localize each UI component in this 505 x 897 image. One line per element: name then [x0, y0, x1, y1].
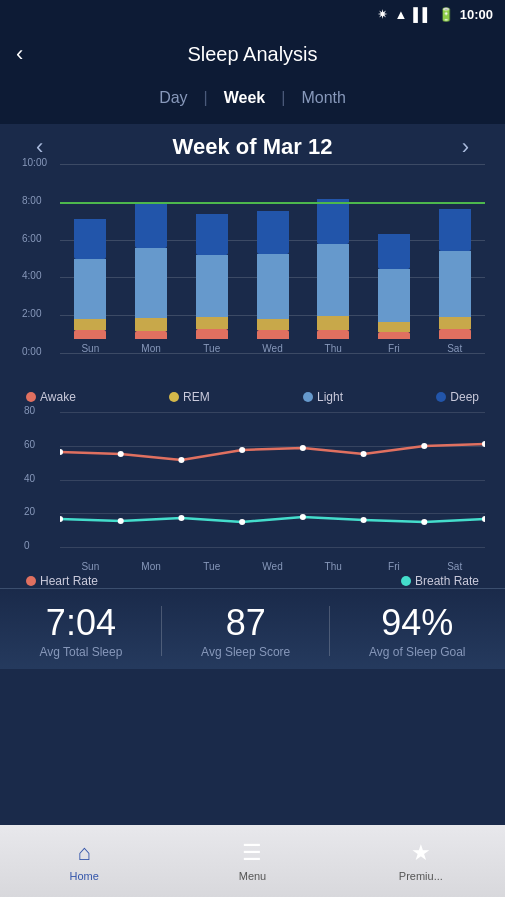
- bar-wed-rem: [257, 319, 289, 330]
- stat-divider-1: [161, 606, 162, 656]
- bar-thu-awake: [317, 330, 349, 339]
- bluetooth-icon: ✴: [377, 7, 388, 22]
- nav-premium-label: Premiu...: [399, 870, 443, 882]
- bar-wed-stack: [257, 211, 289, 339]
- bar-sat-rem: [439, 317, 471, 329]
- stat-total-sleep-value: 7:04: [46, 603, 116, 643]
- nav-premium[interactable]: ★ Premiu...: [337, 825, 505, 897]
- nav-menu[interactable]: ☰ Menu: [168, 825, 336, 897]
- bar-sun: Sun: [60, 219, 121, 354]
- next-week-button[interactable]: ›: [446, 134, 485, 160]
- bar-thu: Thu: [303, 199, 364, 354]
- legend-light-label: Light: [317, 390, 343, 404]
- y-label-400: 4:00: [22, 270, 41, 281]
- hr-y-label-60: 60: [24, 439, 35, 450]
- signal-icon: ▌▌: [413, 7, 431, 22]
- wifi-icon: ▲: [394, 7, 407, 22]
- tab-day[interactable]: Day: [143, 85, 203, 111]
- stats-row: 7:04 Avg Total Sleep 87 Avg Sleep Score …: [0, 588, 505, 669]
- bar-fri-awake: [378, 332, 410, 339]
- back-button[interactable]: ‹: [16, 41, 23, 67]
- week-title: Week of Mar 12: [59, 134, 445, 160]
- hr-day-thu: Thu: [303, 561, 364, 572]
- bar-fri-stack: [378, 234, 410, 339]
- stat-divider-2: [329, 606, 330, 656]
- y-label-1000: 10:00: [22, 157, 47, 168]
- legend-rem: REM: [169, 390, 210, 404]
- hr-dot-0: [60, 449, 63, 455]
- bar-label-thu: Thu: [325, 343, 342, 354]
- bars-container: Sun Mon Tue: [60, 164, 485, 354]
- stat-sleep-score: 87 Avg Sleep Score: [201, 603, 290, 659]
- sleep-chart-area: 10:00 8:00 6:00 4:00 2:00 0:00 Sun: [0, 164, 505, 404]
- nav-home[interactable]: ⌂ Home: [0, 825, 168, 897]
- br-dot-0: [60, 516, 63, 522]
- bar-sun-deep: [74, 219, 106, 259]
- bar-sun-stack: [74, 219, 106, 339]
- bar-label-mon: Mon: [141, 343, 160, 354]
- bar-thu-stack: [317, 199, 349, 339]
- home-icon: ⌂: [78, 840, 91, 866]
- legend-deep: Deep: [436, 390, 479, 404]
- hr-dot-4: [300, 445, 306, 451]
- hr-dot-5: [361, 451, 367, 457]
- stat-total-sleep: 7:04 Avg Total Sleep: [39, 603, 122, 659]
- hr-dot-3: [239, 447, 245, 453]
- line-chart-svg: [60, 412, 485, 548]
- bar-mon-light: [135, 248, 167, 318]
- y-label-000: 0:00: [22, 346, 41, 357]
- bar-thu-rem: [317, 316, 349, 330]
- sleep-legend: Awake REM Light Deep: [10, 384, 495, 404]
- y-label-600: 6:00: [22, 233, 41, 244]
- bar-mon-awake: [135, 331, 167, 339]
- tab-week[interactable]: Week: [208, 85, 282, 111]
- tab-month[interactable]: Month: [285, 85, 361, 111]
- hr-day-tue: Tue: [181, 561, 242, 572]
- time-display: 10:00: [460, 7, 493, 22]
- stat-total-sleep-label: Avg Total Sleep: [39, 645, 122, 659]
- header: ‹ Sleep Analysis: [0, 28, 505, 80]
- hr-y-label-0: 0: [24, 540, 30, 551]
- bar-mon-rem: [135, 318, 167, 331]
- br-dot-1: [118, 518, 124, 524]
- bar-mon-stack: [135, 204, 167, 339]
- hr-dot-7: [482, 441, 485, 447]
- bar-wed: Wed: [242, 211, 303, 354]
- premium-icon: ★: [411, 840, 431, 866]
- light-dot: [303, 392, 313, 402]
- br-dot-4: [300, 514, 306, 520]
- battery-icon: 🔋: [438, 7, 454, 22]
- bar-sun-rem: [74, 319, 106, 330]
- hr-day-sat: Sat: [424, 561, 485, 572]
- bar-sat: Sat: [424, 209, 485, 354]
- nav-menu-label: Menu: [239, 870, 267, 882]
- rem-dot: [169, 392, 179, 402]
- br-dot-2: [178, 515, 184, 521]
- week-navigation: ‹ Week of Mar 12 ›: [0, 124, 505, 164]
- bar-fri-light: [378, 269, 410, 322]
- bar-thu-light: [317, 244, 349, 316]
- hr-day-labels: Sun Mon Tue Wed Thu Fri Sat: [60, 561, 485, 572]
- breath-rate-line: [60, 517, 485, 522]
- stat-sleep-goal: 94% Avg of Sleep Goal: [369, 603, 466, 659]
- y-label-800: 8:00: [22, 195, 41, 206]
- stat-sleep-score-label: Avg Sleep Score: [201, 645, 290, 659]
- br-dot-7: [482, 516, 485, 522]
- bar-tue: Tue: [181, 214, 242, 354]
- hr-dot-2: [178, 457, 184, 463]
- legend-awake-label: Awake: [40, 390, 76, 404]
- status-bar: ✴ ▲ ▌▌ 🔋 10:00: [0, 0, 505, 28]
- bar-sun-awake: [74, 330, 106, 339]
- bar-mon-deep: [135, 204, 167, 248]
- bar-label-sun: Sun: [81, 343, 99, 354]
- stat-sleep-goal-value: 94%: [381, 603, 453, 643]
- legend-rem-label: REM: [183, 390, 210, 404]
- legend-breath-rate-label: Breath Rate: [415, 574, 479, 588]
- hr-day-wed: Wed: [242, 561, 303, 572]
- bottom-nav: ⌂ Home ☰ Menu ★ Premiu...: [0, 825, 505, 897]
- hr-day-fri: Fri: [364, 561, 425, 572]
- hr-dot-1: [118, 451, 124, 457]
- br-dot-6: [421, 519, 427, 525]
- bar-fri-rem: [378, 322, 410, 332]
- hr-y-label-20: 20: [24, 506, 35, 517]
